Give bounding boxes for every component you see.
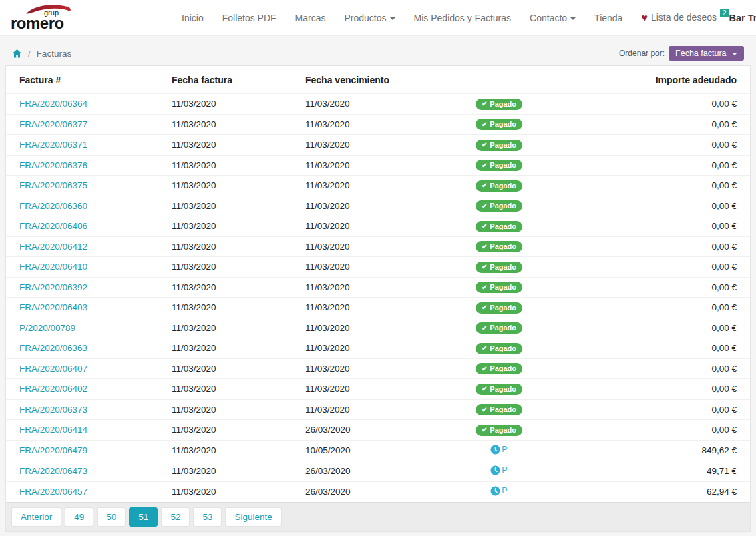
pagination-page-52[interactable]: 52 [161,507,190,527]
paid-badge-label: Pagado [490,162,516,169]
paid-badge: ✔Pagado [476,343,522,354]
invoice-link[interactable]: FRA/2020/06407 [19,364,87,374]
pagination-page-49[interactable]: 49 [65,507,93,527]
sort-dropdown-button[interactable]: Fecha factura [669,46,744,61]
pagination-next[interactable]: Siguiente [225,507,281,527]
invoice-due-date: 11/03/2020 [292,135,455,156]
paid-badge: ✔Pagado [476,404,522,415]
invoice-amount: 0,00 € [542,94,750,115]
paid-badge: ✔Pagado [476,425,522,436]
paid-badge: ✔Pagado [476,282,522,293]
invoice-link[interactable]: FRA/2020/06371 [19,140,87,150]
sort-value: Fecha factura [675,49,726,58]
column-header-date: Fecha factura [158,66,292,94]
invoice-due-date: 11/03/2020 [292,358,455,379]
invoice-number-cell: FRA/2020/06479 [6,440,158,461]
invoice-status-cell: P [455,481,542,502]
invoice-amount: 0,00 € [542,236,750,257]
account-menu[interactable]: Bar Trotonda [729,13,756,23]
invoice-link[interactable]: FRA/2020/06412 [19,242,87,252]
invoice-link[interactable]: FRA/2020/06402 [19,384,87,394]
invoice-link[interactable]: FRA/2020/06473 [19,466,87,476]
pagination-page-50[interactable]: 50 [97,507,126,527]
paid-badge: ✔Pagado [476,322,522,334]
paid-badge-label: Pagado [490,182,516,190]
invoice-due-date: 11/03/2020 [292,338,455,359]
wishlist-link[interactable]: ♥ Lista de deseos 2 [641,12,729,24]
invoice-link[interactable]: FRA/2020/06406 [19,221,87,231]
invoice-status-cell: ✔Pagado [455,298,542,318]
invoice-date: 11/03/2020 [158,94,292,115]
check-icon: ✔ [482,386,487,392]
invoice-number-cell: FRA/2020/06364 [6,94,158,115]
invoice-link[interactable]: FRA/2020/06363 [19,343,87,353]
check-icon: ✔ [482,223,487,230]
invoice-row: FRA/2020/0636011/03/202011/03/2020✔Pagad… [6,196,750,216]
invoice-status-cell: ✔Pagado [455,318,542,338]
invoice-status-cell: ✔Pagado [455,155,542,176]
logo[interactable]: grup romero [9,1,81,35]
pending-badge-label: P [502,486,507,495]
nav-item[interactable]: Mis Pedidos y Facturas [414,13,512,23]
invoice-amount: 0,00 € [542,338,750,359]
invoice-link[interactable]: FRA/2020/06377 [19,119,87,129]
invoice-link[interactable]: FRA/2020/06403 [19,302,87,312]
invoice-link[interactable]: FRA/2020/06364 [19,99,87,109]
invoice-status-cell: ✔Pagado [455,277,542,298]
invoice-link[interactable]: FRA/2020/06392 [19,282,87,292]
invoice-due-date: 26/03/2020 [292,481,455,502]
paid-badge: ✔Pagado [476,302,522,314]
paid-badge: ✔Pagado [476,241,522,252]
invoice-due-date: 11/03/2020 [292,176,455,196]
logo-romero-text: romero [11,14,64,33]
invoice-link[interactable]: FRA/2020/06410 [19,262,87,272]
nav-item[interactable]: Marcas [295,13,326,23]
nav-item[interactable]: Contacto [530,13,576,23]
page-content: / Facturas Ordenar por: Fecha factura Fa… [0,36,756,536]
nav-item[interactable]: Productos [345,13,395,23]
nav-item[interactable]: Tienda [594,13,622,23]
invoice-status-cell: ✔Pagado [455,135,542,156]
table-header-row: Factura # Fecha factura Fecha vencimient… [6,66,750,94]
invoice-link[interactable]: FRA/2020/06457 [19,487,87,497]
check-icon: ✔ [482,427,487,433]
invoice-date: 11/03/2020 [158,216,292,237]
invoice-number-cell: FRA/2020/06360 [6,196,158,216]
invoice-due-date: 11/03/2020 [292,155,455,176]
invoice-number-cell: P/2020/00789 [6,318,158,338]
nav-item[interactable]: Inicio [182,13,204,23]
invoice-link[interactable]: P/2020/00789 [19,323,75,333]
invoice-amount: 0,00 € [542,135,750,156]
check-icon: ✔ [482,264,487,270]
breadcrumb-home[interactable] [12,49,22,59]
paid-badge-label: Pagado [490,386,516,393]
invoice-amount: 0,00 € [542,379,750,400]
invoice-number-cell: FRA/2020/06373 [6,399,158,420]
invoice-link[interactable]: FRA/2020/06479 [19,445,87,455]
invoice-date: 11/03/2020 [158,135,292,156]
invoice-due-date: 26/03/2020 [292,420,455,441]
invoice-link[interactable]: FRA/2020/06414 [19,425,87,435]
chevron-down-icon [732,53,737,55]
invoice-link[interactable]: FRA/2020/06376 [19,160,87,170]
invoice-date: 11/03/2020 [158,358,292,379]
invoice-link[interactable]: FRA/2020/06373 [19,405,87,415]
invoice-date: 11/03/2020 [158,155,292,176]
invoice-status-cell: ✔Pagado [455,114,542,135]
invoice-row: FRA/2020/0637611/03/202011/03/2020✔Pagad… [6,155,750,176]
clock-icon [490,465,500,475]
invoice-status-cell: P [455,461,542,481]
sort-control: Ordenar por: Fecha factura [619,46,744,61]
paid-badge-label: Pagado [490,264,516,271]
invoice-number-cell: FRA/2020/06402 [6,379,158,400]
pagination-page-51[interactable]: 51 [129,507,158,527]
invoice-link[interactable]: FRA/2020/06375 [19,180,87,190]
pagination-page-53[interactable]: 53 [193,507,222,527]
check-icon: ✔ [482,407,487,413]
pagination-prev[interactable]: Anterior [11,507,61,527]
check-icon: ✔ [482,304,487,311]
nav-item[interactable]: Folletos PDF [222,13,276,23]
invoice-due-date: 11/03/2020 [292,277,455,298]
invoice-row: FRA/2020/0640311/03/202011/03/2020✔Pagad… [6,298,750,318]
invoice-link[interactable]: FRA/2020/06360 [19,201,87,211]
